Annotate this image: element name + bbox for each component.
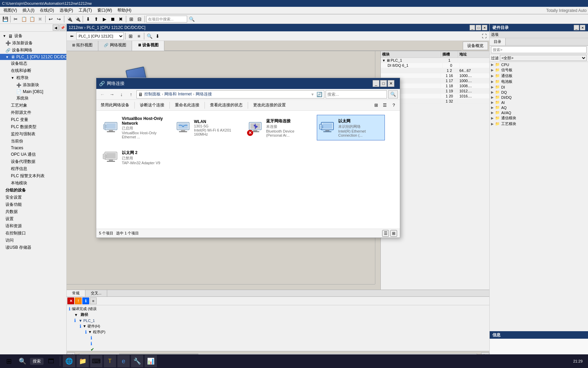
- start-btn[interactable]: ▶: [101, 15, 108, 23]
- dialog-minimize-btn[interactable]: _: [373, 80, 379, 87]
- cat-item-signal-board[interactable]: ▶ 📁 信号板: [490, 67, 588, 73]
- cat-item-cpu[interactable]: ▶ 📁 CPU: [490, 62, 588, 67]
- stop-btn[interactable]: ⏹: [109, 15, 116, 23]
- tab-device[interactable]: 🖥 设备视图: [132, 41, 164, 51]
- device-back-btn[interactable]: ⬅: [68, 32, 76, 40]
- right-minimize-btn[interactable]: _: [574, 25, 579, 30]
- menu-help[interactable]: 帮助(H): [115, 7, 133, 14]
- cat-item-tech-module[interactable]: ▶ 📁 工艺模块: [490, 121, 588, 127]
- close-view-btn[interactable]: ✖: [117, 15, 125, 23]
- tree-item-plc-data-types[interactable]: PLC 数据类型: [0, 123, 66, 131]
- cat-item-comm-board[interactable]: ▶ 📁 通信板: [490, 73, 588, 79]
- tree-item-lang-resources[interactable]: 语和资源: [0, 223, 66, 230]
- pin-btn[interactable]: 📌: [60, 25, 66, 31]
- nav-back-btn[interactable]: ←: [98, 90, 107, 98]
- cat-item-ai[interactable]: ▶ 📁 AI: [490, 100, 588, 105]
- device-download-btn[interactable]: ⬇: [154, 32, 161, 40]
- cat-item-aq[interactable]: ▶ 📁 AQ: [490, 105, 588, 110]
- nav-up-btn[interactable]: ↑: [127, 90, 135, 98]
- tree-item-device-proxy[interactable]: 设备代理数据: [0, 158, 66, 165]
- upload-btn[interactable]: ⬆: [93, 15, 100, 23]
- paste-btn[interactable]: 📋: [28, 15, 36, 23]
- tree-item-snapshot[interactable]: 当前份: [0, 138, 66, 145]
- search-taskbar-btn[interactable]: 🔍: [16, 355, 29, 367]
- menu-online[interactable]: 在线(O): [38, 7, 56, 14]
- action-diagnose[interactable]: 诊断这个连接: [137, 101, 167, 109]
- tree-item-program-info[interactable]: 程序信息: [0, 165, 66, 172]
- addr-control-panel[interactable]: 控制面板: [144, 91, 161, 97]
- files-btn[interactable]: 📁: [77, 355, 89, 367]
- view-opt-1[interactable]: ⊞: [372, 101, 380, 109]
- net-item-ethernet[interactable]: 以太网 未识别的网络 Intel(R) Ethernet Connection …: [317, 115, 385, 140]
- tab-cross-ref[interactable]: 交叉...: [85, 290, 107, 296]
- tree-item-plc-variables[interactable]: PLC 变量: [0, 116, 66, 123]
- action-settings[interactable]: 更改此连接的设置: [251, 101, 288, 109]
- tree-item-device-func[interactable]: 设备功能: [0, 201, 66, 208]
- menu-window[interactable]: 窗口(W): [95, 7, 114, 14]
- cat-item-di[interactable]: ▶ 📁 DI: [490, 85, 588, 90]
- cat-item-dq[interactable]: ▶ 📁 DQ: [490, 90, 588, 95]
- tree-item-settings[interactable]: 设置: [0, 215, 66, 223]
- filter-select[interactable]: <全部>: [500, 55, 587, 61]
- cat-item-aiaq[interactable]: ▶ 📁 AI/AQ: [490, 110, 588, 115]
- tree-item-control-interface[interactable]: 在控制接口: [0, 230, 66, 237]
- canvas-scrollbar-h[interactable]: [67, 284, 375, 290]
- action-disable[interactable]: 禁用此网络设备: [98, 101, 132, 109]
- tree-item-local-modules[interactable]: 本地模块: [0, 180, 66, 187]
- redo-btn[interactable]: ↪: [55, 15, 63, 23]
- tree-item-online-diag[interactable]: 在线和诊断: [0, 67, 66, 74]
- edge-btn[interactable]: 🌐: [63, 355, 75, 367]
- tree-item-access[interactable]: 访问: [0, 237, 66, 244]
- search-input[interactable]: [146, 16, 187, 22]
- addr-refresh-btn[interactable]: 🔄: [316, 91, 323, 98]
- action-rename[interactable]: 重命名此连接: [173, 101, 202, 109]
- tab-general[interactable]: 常规: [67, 290, 85, 296]
- minimize-btn[interactable]: _: [470, 25, 475, 30]
- tree-item-alarm-text[interactable]: PLC 报警文本列表: [0, 172, 66, 180]
- copy-btn[interactable]: 📋: [20, 15, 28, 23]
- view-help-btn[interactable]: ?: [390, 101, 398, 109]
- app8-btn[interactable]: 📊: [145, 355, 157, 367]
- device-expand-btn[interactable]: ⛶: [480, 32, 488, 40]
- addr-network-connections[interactable]: 网络连接: [196, 91, 212, 97]
- ie-btn[interactable]: e: [117, 355, 130, 367]
- cat-item-battery-board[interactable]: ▶ 📁 电池板: [490, 79, 588, 85]
- addr-network-internet[interactable]: 网络和 Internet: [164, 91, 192, 97]
- action-status[interactable]: 查看此连接的状态: [208, 101, 245, 109]
- view1-btn[interactable]: ⊞: [128, 15, 135, 23]
- tia-btn[interactable]: T: [104, 355, 116, 367]
- view2-btn[interactable]: ⊟: [136, 15, 143, 23]
- status-grid-view[interactable]: ⊞: [390, 230, 397, 237]
- right-tab-catalog[interactable]: 目录: [490, 38, 506, 45]
- tree-item-devices[interactable]: ▼🖥设备: [0, 32, 66, 40]
- menu-options[interactable]: 选项(P): [58, 7, 75, 14]
- maximize-btn[interactable]: □: [476, 25, 481, 30]
- undo-btn[interactable]: ↩: [47, 15, 54, 23]
- tree-item-add-device[interactable]: ➕添加新设备: [0, 40, 66, 47]
- close-window-btn[interactable]: ✕: [482, 25, 487, 30]
- delete-btn[interactable]: ✖: [36, 15, 44, 23]
- dialog-close-btn[interactable]: ✕: [388, 80, 394, 87]
- search-btn[interactable]: 🔍: [188, 15, 195, 23]
- taskview-btn[interactable]: 🗖: [45, 355, 57, 367]
- status-list-view[interactable]: ☰: [382, 230, 389, 237]
- device-overview-tab[interactable]: 设备概览: [463, 42, 488, 50]
- cut-btn[interactable]: ✂: [12, 15, 19, 23]
- dialog-maximize-btn[interactable]: □: [380, 80, 387, 87]
- tab-topology[interactable]: ⊞ 拓扑视图: [67, 41, 98, 51]
- tree-item-program-blocks[interactable]: ▼程序块: [0, 74, 66, 81]
- warn-filter-btn[interactable]: !: [75, 297, 82, 304]
- dialog-search-btn[interactable]: 🔍: [388, 90, 398, 98]
- tree-item-devices-network[interactable]: 🔗设备和网络: [0, 47, 66, 54]
- tree-item-opcua[interactable]: OPC UA 通信: [0, 151, 66, 158]
- tree-item-add-block[interactable]: ➕添加新块: [0, 81, 66, 89]
- all-filter-btn[interactable]: ≡: [90, 297, 97, 304]
- tree-item-device-config[interactable]: 设备组态: [0, 60, 66, 67]
- menu-view[interactable]: 视图(V): [1, 7, 19, 14]
- device-grid-btn[interactable]: ⊞: [127, 32, 134, 40]
- plc-selector[interactable]: PLC_1 [CPU 1212C]: [76, 32, 124, 40]
- tree-item-tech-objects[interactable]: 工艺对象: [0, 102, 66, 109]
- collapse-btn[interactable]: ◀: [53, 25, 59, 31]
- net-item-ethernet2[interactable]: 以太网 2 已禁用 TAP-Win32 Adapter V9: [100, 144, 168, 170]
- go-online-btn[interactable]: 🔌: [66, 15, 73, 23]
